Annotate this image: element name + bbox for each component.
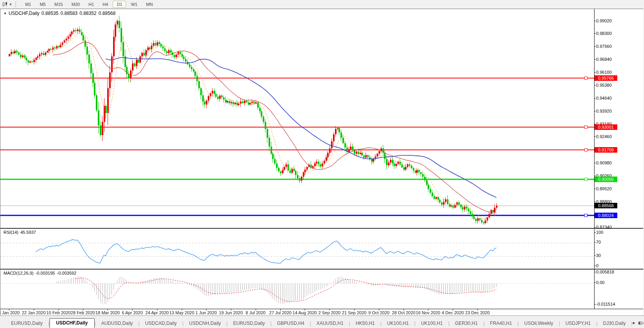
date-label-8: 1 Jun 2020 — [196, 310, 217, 315]
chart-tab-xauusd-h1[interactable]: XAUUSD,H1 — [311, 319, 349, 328]
macd-tick-0_005818-tick — [594, 272, 596, 272]
date-label-6: 24 Apr 2020 — [145, 310, 168, 315]
chart-tab-usdchf-daily[interactable]: USDCHF,Daily — [49, 318, 95, 328]
main-chart-canvas[interactable] — [0, 9, 594, 228]
timeframe-button-m30[interactable]: M30 — [68, 1, 84, 8]
timeframe-button-m5[interactable]: M5 — [36, 1, 49, 8]
price-tick-0.97560: 0.97560 — [596, 44, 612, 49]
rsi-pane: RSI(14)45.5937 — [0, 228, 643, 270]
macd-axis-border — [594, 270, 595, 310]
macd-canvas[interactable] — [0, 270, 594, 310]
timeframe-button-m1[interactable]: M1 — [21, 1, 35, 8]
date-label-12: 14 Aug 2020 — [293, 310, 317, 315]
price-tick-0.87340-tick — [594, 227, 596, 228]
date-label-14: 21 Sep 2020 — [342, 310, 366, 315]
rsi-axis-border — [594, 229, 595, 270]
price-tick-0.95380-tick — [594, 85, 596, 86]
date-label-7: 13 May 2020 — [169, 310, 194, 315]
toolbar-grip[interactable] — [15, 2, 18, 7]
rsi-tick-30-tick — [594, 255, 596, 256]
macd-tick-0_00: 0.00 — [596, 280, 604, 285]
chart-symbol-label: USDCHF,Daily — [9, 11, 40, 16]
price-tick-0.90980: 0.90980 — [596, 160, 612, 165]
date-label-19: 23 Dec 2020 — [465, 310, 490, 315]
macd-main-value: -0.003195 — [35, 271, 55, 275]
chart-tab-uk100-h1[interactable]: UK100,H1 — [415, 319, 448, 328]
macd-tick--0_011514-tick — [594, 304, 596, 304]
timeframe-button-m15[interactable]: M15 — [50, 1, 66, 8]
price-tick-0.99020-tick — [594, 21, 596, 21]
ohlc-open: 0.88535 — [42, 11, 59, 16]
rsi-tick-70-tick — [594, 242, 596, 242]
price-tick-0.98300: 0.98300 — [596, 31, 612, 36]
rsi-label: RSI(14)45.5937 — [4, 230, 36, 235]
chart-title-caret[interactable]: ▼ — [4, 12, 7, 15]
price-tick-0.96100-tick — [594, 72, 596, 73]
price-tick-0.99020: 0.99020 — [596, 18, 612, 23]
rsi-canvas[interactable] — [0, 230, 594, 270]
ohlc-low: 0.88352 — [79, 11, 96, 16]
macd-tick--0_011514: -0.011514 — [596, 302, 615, 306]
date-label-18: 4 Dec 2020 — [442, 310, 464, 315]
chart-tab-gbpusd-h4[interactable]: GBPUSD,H4 — [272, 319, 310, 328]
tab-scroll-right[interactable]: ► — [638, 321, 642, 325]
price-tick-0.92460-tick — [594, 137, 596, 137]
price-tick-0.88800-tick — [594, 202, 596, 202]
chart-tab-usoil-weekly[interactable]: USOil,Weekly — [519, 319, 559, 328]
price-tick-0.95380: 0.95380 — [596, 83, 612, 87]
chart-tab-ger30-h1[interactable]: GER30,H1 — [450, 319, 483, 328]
price-tick-0.96840-tick — [594, 59, 596, 60]
macd-pane: MACD(12,26,9) -0.003195 -0.003592 — [0, 269, 643, 310]
price-pane: ▼ USDCHF,Daily 0.88535 0.88583 0.88352 0… — [0, 9, 643, 228]
chart-tab-uk100-h1[interactable]: UK100,H1 — [382, 319, 414, 328]
tab-scroll-arrows: ◄ ► — [631, 321, 642, 325]
price-tick-0.89520-tick — [594, 189, 596, 189]
chart-tab-hk50-h1[interactable]: HK50,H1 — [350, 319, 381, 328]
top-toolbar: ▼ M1M5M15M30H1H4D1W1MN — [0, 0, 644, 9]
hline-price-badge-0.90055: 0.90055 — [595, 177, 617, 182]
price-tick-0.93920-tick — [594, 111, 596, 111]
date-label-13: 2 Sep 2020 — [318, 310, 340, 315]
chart-tab-eurusd-daily[interactable]: EURUSD,Daily — [5, 319, 48, 328]
date-label-1: 22 Jan 2020 — [22, 310, 46, 315]
price-tick-0.94640: 0.94640 — [596, 96, 612, 100]
rsi-tick-30: 30 — [596, 253, 601, 258]
rsi-tick-100: 100 — [596, 230, 603, 235]
price-tick-0.90260-tick — [594, 176, 596, 176]
date-label-4: 18 Mar 2020 — [95, 310, 120, 315]
macd-tick-0_00-tick — [594, 282, 596, 283]
chart-tab-eurusd-daily[interactable]: EURUSD,Daily — [228, 319, 271, 328]
date-label-2: 10 Feb 2020 — [46, 310, 71, 315]
price-tick-0.90980-tick — [594, 163, 596, 163]
price-tick-0.94640-tick — [594, 98, 596, 98]
chart-tab-usdjpy-h1[interactable]: USDJPY,H1 — [560, 319, 596, 328]
chart-tab-bar: EURUSD,Daily|USDCHF,Daily|AUDUSD,Daily|U… — [0, 315, 644, 328]
tab-scroll-left[interactable]: ◄ — [631, 321, 635, 325]
hline-price-badge-0.93001: 0.93001 — [595, 124, 617, 130]
chart-tab-usdcnh-daily[interactable]: USDCNH,Daily — [183, 319, 226, 328]
price-tick-0.93920: 0.93920 — [596, 109, 612, 113]
chart-type-dropdown-caret[interactable]: ▼ — [9, 3, 12, 6]
chart-tab-dj30-daily[interactable]: DJ30,Daily — [598, 319, 631, 328]
date-label-3: 28 Feb 2020 — [71, 310, 95, 315]
chart-tab-fra40-h1[interactable]: FRA40,H1 — [485, 319, 518, 328]
timeframe-button-w1[interactable]: W1 — [127, 1, 141, 8]
timeframe-button-h4[interactable]: H4 — [99, 1, 112, 8]
macd-signal-value: -0.003592 — [57, 271, 77, 275]
chart-tab-usdcad-daily[interactable]: USDCAD,Daily — [139, 319, 182, 328]
ohlc-high: 0.88583 — [60, 11, 77, 16]
chart-tab-audusd-daily[interactable]: AUDUSD,Daily — [96, 319, 139, 328]
timeframe-button-h1[interactable]: H1 — [84, 1, 98, 8]
date-label-9: 19 Jun 2020 — [219, 310, 243, 315]
date-label-11: 27 Jul 2020 — [269, 310, 292, 315]
hline-price-badge-0.95766: 0.95766 — [595, 75, 617, 81]
macd-tick-0_005818: 0.005818 — [596, 270, 614, 274]
rsi-value: 45.5937 — [20, 230, 36, 235]
timeframe-button-d1[interactable]: D1 — [113, 1, 126, 8]
rsi-tick-0-tick — [594, 266, 596, 266]
timeframe-button-mn[interactable]: MN — [142, 1, 157, 8]
price-tick-0.97560-tick — [594, 46, 596, 47]
price-tick-0.96100: 0.96100 — [596, 70, 612, 75]
candlestick-chart-icon[interactable] — [2, 1, 9, 7]
price-tick-0.89520: 0.89520 — [596, 186, 612, 191]
